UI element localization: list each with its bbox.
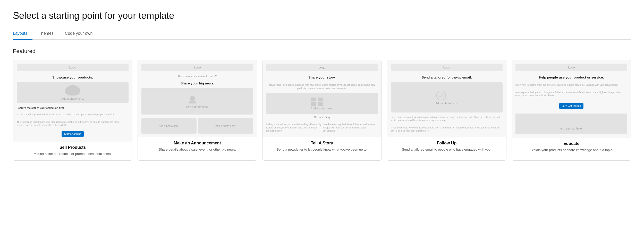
svg-rect-5 bbox=[318, 102, 323, 106]
preview-body-4a: Keep people involved by following up wit… bbox=[391, 116, 503, 122]
card-follow-up[interactable]: Logo Send a tailored follow-up email. Ad… bbox=[387, 60, 506, 161]
preview-image-4: Add a photo here. bbox=[391, 82, 503, 112]
preview-body-3: Newsletters keep people engaged with you… bbox=[266, 83, 378, 90]
preview-logo-1: Logo bbox=[17, 64, 129, 71]
preview-button-5: Let's Get Started bbox=[559, 103, 584, 109]
preview-logo-4: Logo bbox=[391, 64, 503, 71]
preview-italic-3: The main story bbox=[266, 116, 378, 119]
preview-image-5: Add a photo here. bbox=[515, 114, 627, 134]
card-educate[interactable]: Logo Help people use your product or ser… bbox=[512, 60, 631, 161]
preview-button-1: Start Shopping bbox=[62, 131, 84, 137]
cards-grid: Logo Showcase your products. Add a photo… bbox=[13, 60, 631, 161]
card-followup-preview: Logo Send a tailored follow-up email. Ad… bbox=[387, 60, 506, 137]
preview-headline-1: Showcase your products. bbox=[17, 75, 129, 79]
card-announcement-desc: Share details about a sale, event, or ot… bbox=[140, 147, 254, 152]
preview-col1-3: Make your email easy to scan by leading … bbox=[266, 123, 321, 133]
card-educate-preview: Logo Help people use your product or ser… bbox=[512, 60, 631, 138]
preview-image-label-1: Add a photo here. bbox=[61, 97, 84, 100]
preview-image-label-3: Add a photo here. bbox=[311, 107, 333, 110]
svg-point-0 bbox=[190, 96, 195, 101]
card-announcement-title: Make an Announcement bbox=[140, 141, 254, 145]
preview-image-label-4: Add a photo here. bbox=[435, 102, 458, 105]
card-story-info: Tell A Story Send a newsletter to let pe… bbox=[262, 137, 382, 156]
featured-section-title: Featured bbox=[13, 48, 631, 55]
tab-layouts[interactable]: Layouts bbox=[13, 29, 32, 40]
preview-logo-5: Logo bbox=[515, 64, 627, 71]
preview-body-1b: Then, describe what makes your product u… bbox=[17, 120, 129, 127]
card-educate-title: Educate bbox=[514, 141, 628, 146]
svg-rect-2 bbox=[311, 98, 316, 101]
preview-logo-3: Logo bbox=[266, 64, 378, 71]
preview-headline-4: Send a tailored follow-up email. bbox=[391, 75, 503, 79]
preview-image-3: Add a photo here. bbox=[266, 93, 378, 114]
svg-point-6 bbox=[436, 91, 446, 100]
card-make-announcement[interactable]: Logo Have an announcement to make? Share… bbox=[138, 60, 257, 161]
preview-subheadline-2: Have an announcement to make? bbox=[141, 75, 253, 78]
svg-rect-3 bbox=[318, 98, 323, 101]
preview-image-label-2a: Add a photo here. bbox=[186, 105, 208, 108]
preview-body-5a: Show how to get the most out of your pro… bbox=[515, 83, 627, 87]
preview-headline-5: Help people use your product or service. bbox=[515, 75, 627, 79]
card-sell-products-desc: Market a line of products or promote sea… bbox=[16, 151, 130, 157]
preview-col2-3: Start by replacing the full-width header… bbox=[323, 123, 378, 133]
preview-logo-2: Logo bbox=[141, 64, 253, 71]
preview-image-1: Add a photo here. bbox=[17, 82, 129, 103]
tab-code-your-own[interactable]: Code your own bbox=[65, 29, 98, 40]
preview-body-1a: To get started, replace the image above … bbox=[17, 113, 129, 116]
card-educate-desc: Explain your products or share knowledge… bbox=[514, 147, 628, 153]
card-followup-info: Follow Up Send a tailored email to peopl… bbox=[387, 137, 506, 156]
card-tell-story[interactable]: Logo Share your story. Newsletters keep … bbox=[262, 60, 382, 161]
card-followup-title: Follow Up bbox=[390, 141, 504, 145]
card-story-title: Tell A Story bbox=[265, 141, 379, 145]
card-announcement-preview: Logo Have an announcement to make? Share… bbox=[138, 60, 257, 137]
preview-image-2: Add a photo here. bbox=[141, 88, 253, 115]
preview-body-4b: If you sell things, welcome new customer… bbox=[391, 126, 503, 133]
preview-image-2b: Add a photo here. bbox=[141, 118, 197, 134]
page-title: Select a starting point for your templat… bbox=[13, 10, 631, 21]
preview-headline-3: Share your story. bbox=[266, 75, 378, 79]
card-educate-info: Educate Explain your products or share k… bbox=[512, 138, 631, 157]
card-sell-products-preview: Logo Showcase your products. Add a photo… bbox=[13, 60, 132, 142]
card-announcement-info: Make an Announcement Share details about… bbox=[138, 137, 257, 156]
card-story-preview: Logo Share your story. Newsletters keep … bbox=[262, 60, 382, 137]
preview-image-label-5: Add a photo here. bbox=[560, 127, 582, 130]
tab-themes[interactable]: Themes bbox=[39, 29, 59, 40]
card-sell-products-title: Sell Products bbox=[16, 145, 130, 150]
card-story-desc: Send a newsletter to let people know wha… bbox=[265, 147, 379, 152]
svg-rect-4 bbox=[311, 102, 316, 106]
tabs-nav: Layouts Themes Code your own bbox=[13, 28, 631, 40]
svg-rect-1 bbox=[189, 101, 196, 103]
preview-section-label-1: Feature the star of your collection firs… bbox=[17, 107, 129, 109]
card-sell-products[interactable]: Logo Showcase your products. Add a photo… bbox=[13, 60, 132, 161]
preview-headline-2: Share your big news. bbox=[141, 81, 253, 85]
card-sell-products-info: Sell Products Market a line of products … bbox=[13, 142, 132, 161]
preview-body-5b: First, replace the logo and change the f… bbox=[515, 91, 627, 97]
card-followup-desc: Send a tailored email to people who have… bbox=[390, 147, 504, 152]
preview-image-2c: Add a photo here. bbox=[198, 118, 253, 134]
